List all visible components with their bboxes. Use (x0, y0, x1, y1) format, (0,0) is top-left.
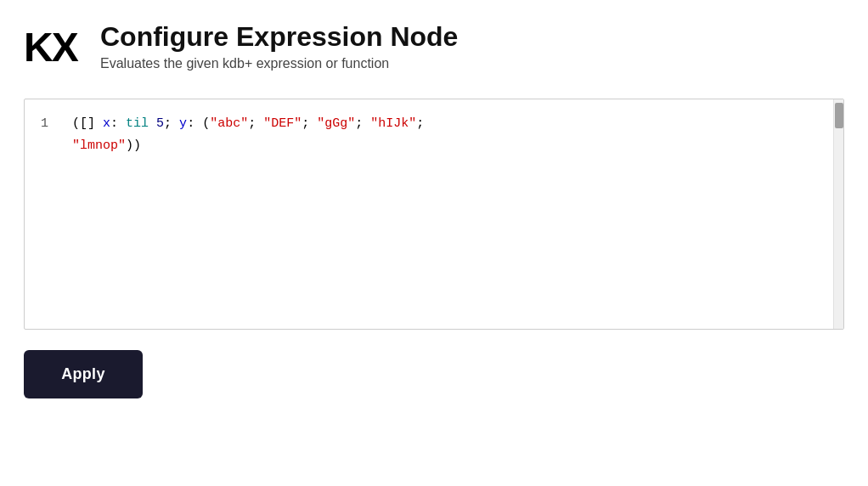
code-token: "DEF" (263, 116, 302, 131)
code-token: "abc" (210, 116, 248, 131)
header-text: Configure Expression Node Evaluates the … (100, 20, 458, 71)
code-content[interactable]: ([] x: til 5; y: ("abc"; "DEF"; "gGg"; "… (59, 99, 843, 329)
code-token: "hIJk" (370, 116, 416, 131)
scrollbar-thumb[interactable] (835, 103, 843, 128)
logo-text: KX (24, 25, 77, 70)
page-title: Configure Expression Node (100, 20, 458, 53)
code-token: : ( (187, 116, 210, 131)
code-editor-inner[interactable]: 1 ([] x: til 5; y: ("abc"; "DEF"; "gGg";… (25, 99, 843, 329)
code-token: "gGg" (317, 116, 355, 131)
code-token: y (179, 116, 187, 131)
code-line-1: ([] x: til 5; y: ("abc"; "DEF"; "gGg"; "… (72, 113, 830, 135)
apply-button[interactable]: Apply (24, 350, 143, 398)
code-token: ([] (72, 116, 103, 131)
code-token: ; (355, 116, 370, 131)
code-token: : (110, 116, 126, 131)
code-token: ; (416, 116, 424, 131)
page-header: KX Configure Expression Node Evaluates t… (24, 20, 844, 75)
code-token: til (126, 116, 149, 131)
line-numbers: 1 (25, 99, 59, 329)
code-token: x (103, 116, 110, 131)
code-token: "lmnop" (72, 138, 126, 153)
code-line-2: "lmnop")) (72, 135, 830, 157)
code-token: 5 (156, 116, 164, 131)
code-editor-container: 1 ([] x: til 5; y: ("abc"; "DEF"; "gGg";… (24, 99, 844, 330)
kx-logo: KX (24, 24, 83, 75)
scrollbar[interactable] (833, 99, 843, 329)
code-token: ; (164, 116, 179, 131)
code-token: ; (302, 116, 317, 131)
code-token (149, 116, 156, 131)
line-number-1: 1 (41, 116, 48, 131)
code-token: ; (248, 116, 263, 131)
code-token: )) (126, 138, 141, 153)
page-subtitle: Evaluates the given kdb+ expression or f… (100, 56, 458, 71)
